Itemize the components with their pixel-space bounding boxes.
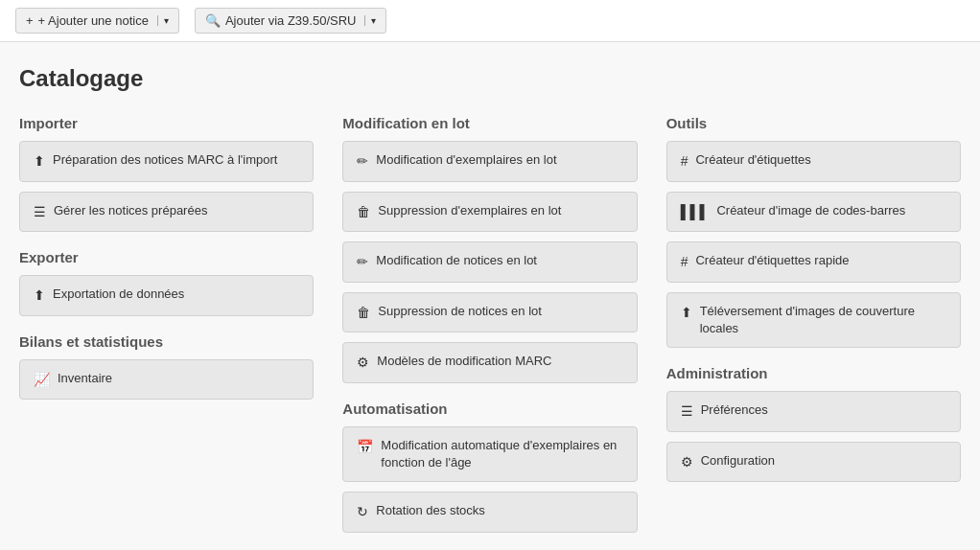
btn-preparation[interactable]: ⬆ Préparation des notices MARC à l'impor… (19, 141, 314, 182)
btn-export[interactable]: ⬆ Exportation de données (19, 275, 314, 316)
btn-createur-etiquettes-label: Créateur d'étiquettes (695, 151, 810, 169)
upload-icon: ⬆ (34, 152, 45, 172)
bilans-title: Bilans et statistiques (19, 333, 314, 350)
btn-preferences-label: Préférences (701, 401, 768, 419)
hash-icon-2: # (681, 253, 688, 272)
btn-inventaire[interactable]: 📈 Inventaire (19, 359, 314, 401)
btn-createur-codes-label: Créateur d'image de codes-barres (716, 202, 905, 219)
gear-icon-2: ⚙ (681, 453, 693, 472)
btn-configuration-label: Configuration (701, 452, 775, 470)
barcode-icon: ▌▌▌ (681, 203, 710, 222)
btn-modif-exemplaires[interactable]: ✏ Modification d'exemplaires en lot (342, 141, 637, 182)
column-3: Outils # Créateur d'étiquettes ▌▌▌ Créat… (666, 115, 961, 492)
search-icon: 🔍 (205, 13, 221, 28)
hash-icon-1: # (681, 152, 688, 172)
calendar-icon: 📅 (357, 438, 373, 457)
btn-createur-etiquettes[interactable]: # Créateur d'étiquettes (666, 141, 961, 182)
btn-suppr-notices-label: Suppression de notices en lot (378, 303, 542, 320)
trash-icon-1: 🗑 (357, 203, 370, 222)
btn-inventaire-label: Inventaire (58, 370, 112, 387)
exporter-title: Exporter (19, 249, 314, 265)
list-icon-2: ☰ (681, 402, 693, 422)
btn-modeles-label: Modèles de modification MARC (377, 353, 551, 370)
btn-gerer-label: Gérer les notices préparées (54, 202, 207, 219)
add-notice-button[interactable]: + + Ajouter une notice ▾ (15, 8, 179, 34)
btn-modif-notices-label: Modification de notices en lot (376, 252, 537, 269)
btn-preparation-label: Préparation des notices MARC à l'import (53, 151, 277, 169)
btn-createur-rapide[interactable]: # Créateur d'étiquettes rapide (666, 241, 961, 283)
btn-configuration[interactable]: ⚙ Configuration (666, 442, 961, 483)
btn-suppr-notices[interactable]: 🗑 Suppression de notices en lot (342, 292, 637, 333)
btn-modif-exemplaires-label: Modification d'exemplaires en lot (376, 151, 556, 169)
btn-tele[interactable]: ⬆ Téléversement d'images de couverture l… (666, 292, 961, 348)
chart-icon: 📈 (34, 371, 50, 390)
upload-icon-2: ⬆ (681, 304, 692, 323)
btn-modif-notices[interactable]: ✏ Modification de notices en lot (342, 241, 637, 283)
add-notice-caret[interactable]: ▾ (157, 15, 169, 26)
btn-createur-codes[interactable]: ▌▌▌ Créateur d'image de codes-barres (666, 192, 961, 233)
btn-modif-auto-label: Modification automatique d'exemplaires e… (381, 437, 622, 471)
list-icon: ☰ (34, 203, 46, 222)
admin-title: Administration (666, 365, 961, 381)
add-via-label: Ajouter via Z39.50/SRU (225, 13, 357, 28)
page-title: Catalogage (19, 65, 961, 92)
columns-layout: Importer ⬆ Préparation des notices MARC … (19, 115, 961, 542)
btn-suppr-exemplaires[interactable]: 🗑 Suppression d'exemplaires en lot (342, 192, 637, 233)
add-via-button[interactable]: 🔍 Ajouter via Z39.50/SRU ▾ (195, 8, 387, 34)
importer-title: Importer (19, 115, 314, 131)
btn-export-label: Exportation de données (53, 286, 184, 303)
add-notice-label: + Ajouter une notice (38, 13, 149, 28)
pencil-icon-2: ✏ (357, 253, 368, 272)
pencil-icon-1: ✏ (357, 152, 368, 172)
automatisation-title: Automatisation (342, 401, 637, 417)
btn-modif-auto[interactable]: 📅 Modification automatique d'exemplaires… (342, 426, 637, 482)
modif-lot-title: Modification en lot (342, 115, 637, 131)
refresh-icon: ↻ (357, 503, 368, 522)
btn-preferences[interactable]: ☰ Préférences (666, 391, 961, 432)
btn-tele-label: Téléversement d'images de couverture loc… (700, 303, 946, 337)
btn-modeles[interactable]: ⚙ Modèles de modification MARC (342, 342, 637, 383)
column-2: Modification en lot ✏ Modification d'exe… (342, 115, 637, 542)
export-icon: ⬆ (34, 286, 45, 306)
btn-gerer[interactable]: ☰ Gérer les notices préparées (19, 192, 314, 233)
outils-title: Outils (666, 115, 961, 131)
main-content: Catalogage Importer ⬆ Préparation des no… (0, 42, 980, 550)
add-via-caret[interactable]: ▾ (364, 15, 376, 26)
btn-suppr-exemplaires-label: Suppression d'exemplaires en lot (378, 202, 561, 219)
btn-rotation-label: Rotation des stocks (376, 502, 484, 519)
toolbar: + + Ajouter une notice ▾ 🔍 Ajouter via Z… (0, 0, 980, 42)
gear-icon-1: ⚙ (357, 354, 369, 373)
trash-icon-2: 🗑 (357, 304, 370, 323)
btn-createur-rapide-label: Créateur d'étiquettes rapide (695, 252, 849, 269)
column-1: Importer ⬆ Préparation des notices MARC … (19, 115, 314, 409)
btn-rotation[interactable]: ↻ Rotation des stocks (342, 492, 637, 533)
plus-icon: + (26, 13, 34, 28)
